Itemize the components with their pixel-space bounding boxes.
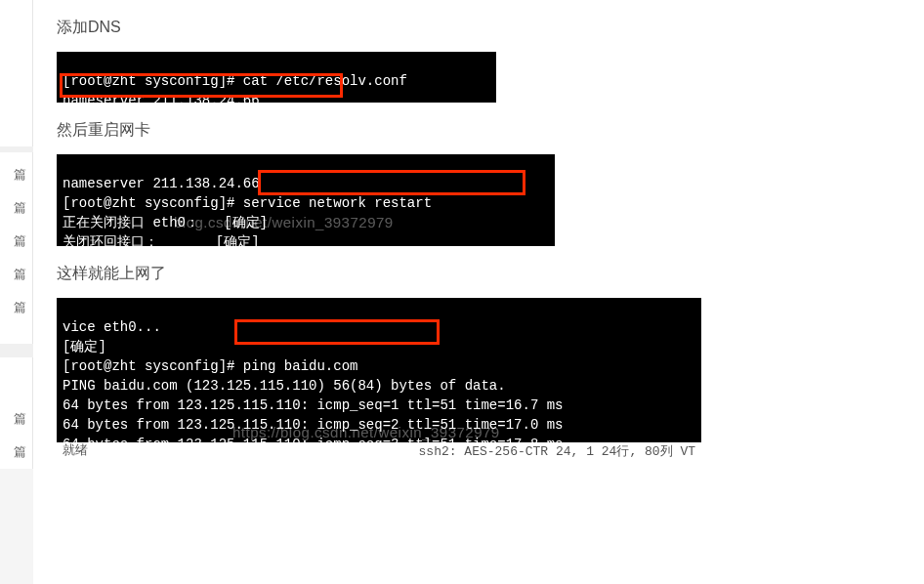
sidebar-item[interactable]: 篇 [0,225,32,258]
sidebar-list-2: 篇 篇 [0,357,33,469]
status-right: ssh2: AES-256-CTR 24, 1 24行, 80列 VT [419,444,695,459]
term-line: nameserver 211.138.24.66 [63,176,260,191]
status-left: 就绪 [63,441,88,459]
heading-restart-net: 然后重启网卡 [57,120,924,141]
terminal-restart: nameserver 211.138.24.66 [root@zht sysco… [57,154,555,246]
terminal-dns: [root@zht sysconfig]# cat /etc/resolv.co… [57,52,496,103]
term-line: 64 bytes from 123.125.115.110: icmp_seq=… [63,417,563,433]
term-line: 64 bytes from 123.125.115.110: icmp_seq=… [63,397,563,413]
term-line: [root@zht sysconfig]# service network re… [63,195,432,211]
heading-can-online: 这样就能上网了 [57,264,924,284]
terminal-ping: vice eth0... [确定] [root@zht sysconfig]# … [57,298,701,442]
sidebar-item[interactable]: 篇 [0,402,32,436]
sidebar-item[interactable]: 篇 [0,158,32,191]
sidebar: 篇 篇 篇 篇 篇 篇 篇 [0,0,33,584]
highlight-box [258,170,525,195]
highlight-box [60,73,343,98]
terminal-statusbar: 就绪 ssh2: AES-256-CTR 24, 1 24行, 80列 VT [57,440,701,460]
term-line: vice eth0... [63,319,161,335]
sidebar-list-1: 篇 篇 篇 篇 篇 [0,152,33,344]
term-line: 关闭环回接口： [确定] [63,234,260,246]
term-line: PING baidu.com (123.125.115.110) 56(84) … [63,378,506,394]
heading-add-dns: 添加DNS [57,18,924,38]
sidebar-item[interactable]: 篇 [0,436,32,469]
sidebar-item[interactable]: 篇 [0,258,32,291]
highlight-box [234,319,440,345]
term-line: [确定] [63,339,106,355]
article-body: 添加DNS [root@zht sysconfig]# cat /etc/res… [33,0,924,584]
sidebar-item[interactable]: 篇 [0,291,32,324]
term-line: 正在关闭接口 eth0： [确定] [63,215,268,230]
term-line: [root@zht sysconfig]# ping baidu.com [63,358,357,374]
sidebar-item[interactable]: 篇 [0,191,32,225]
